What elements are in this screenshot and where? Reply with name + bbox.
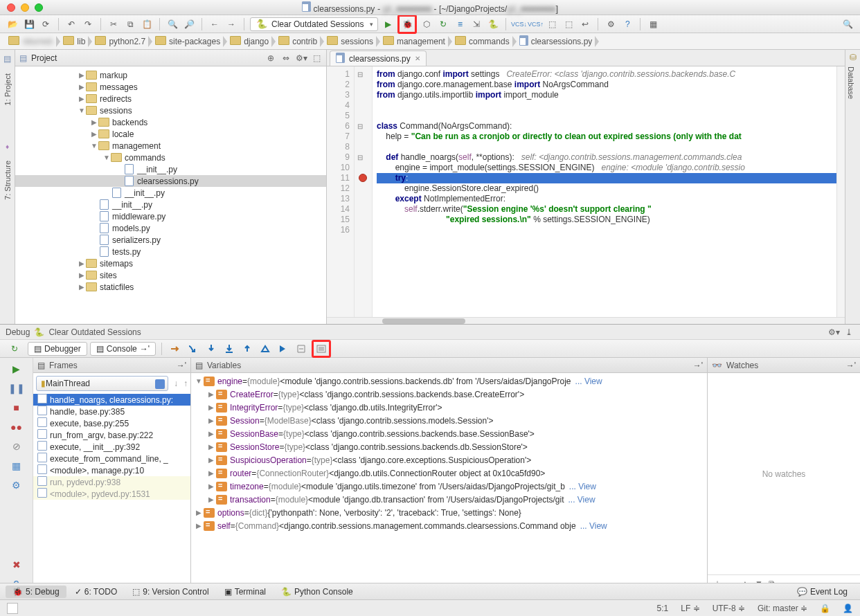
collapse-all-icon[interactable]: ⇔ xyxy=(280,53,292,64)
crumb[interactable]: django xyxy=(227,35,276,48)
evaluate-expression-icon[interactable] xyxy=(314,342,329,356)
expand-arrow-icon[interactable]: ▶ xyxy=(206,482,216,490)
variable-row[interactable]: ▶CreateError = {type} <class 'django.con… xyxy=(191,388,707,401)
history-icon[interactable]: ⬚ xyxy=(545,17,559,31)
frame-row[interactable]: handle_noargs, clearsessions.py: xyxy=(33,394,190,406)
copy-icon[interactable]: ⧉ xyxy=(123,17,137,31)
expand-arrow-icon[interactable]: ▼ xyxy=(78,107,86,114)
vcs-update-icon[interactable]: VCS↓ xyxy=(512,17,526,31)
crumb[interactable]: management xyxy=(380,35,452,48)
back-icon[interactable]: ← xyxy=(208,17,222,31)
undo-icon[interactable]: ↶ xyxy=(64,17,78,31)
tree-row[interactable]: middleware.py xyxy=(15,210,326,222)
tree-row[interactable]: ▶markup xyxy=(15,69,326,81)
expand-arrow-icon[interactable]: ▶ xyxy=(206,430,216,437)
variables-list[interactable]: ▼engine = {module} <module 'django.contr… xyxy=(191,373,707,591)
find-icon[interactable]: 🔍 xyxy=(165,17,179,31)
expand-arrow-icon[interactable]: ▼ xyxy=(102,154,111,161)
view-link[interactable]: ... View xyxy=(580,521,607,531)
crumb[interactable]: site-packages xyxy=(152,35,227,48)
revert-icon[interactable]: ⬚ xyxy=(562,17,575,31)
tree-row[interactable]: __init__.py xyxy=(15,199,326,210)
evaluate-icon[interactable] xyxy=(294,342,309,356)
expand-arrow-icon[interactable]: ▶ xyxy=(90,130,98,138)
expand-arrow-icon[interactable]: ▶ xyxy=(78,283,86,291)
variable-row[interactable]: ▼engine = {module} <module 'django.contr… xyxy=(191,374,707,388)
frame-row[interactable]: handle, base.py:385 xyxy=(33,406,190,417)
frame-row[interactable]: execute, __init__.py:392 xyxy=(33,441,190,453)
variable-row[interactable]: ▶router = {ConnectionRouter} <django.db.… xyxy=(191,466,707,480)
variable-row[interactable]: ▶IntegrityError = {type} <class 'django.… xyxy=(191,401,707,414)
step-into-icon[interactable] xyxy=(204,342,219,356)
tree-row[interactable]: ▼sessions xyxy=(15,105,326,116)
sync-icon[interactable]: ⟳ xyxy=(39,17,53,31)
resume-icon[interactable]: ▶ xyxy=(10,362,24,376)
profile-icon[interactable]: ≡ xyxy=(453,17,467,31)
structure-tab[interactable]: 7: Structure xyxy=(2,156,13,204)
expand-arrow-icon[interactable]: ▶ xyxy=(194,509,204,516)
frames-list[interactable]: handle_noargs, clearsessions.py:handle, … xyxy=(33,394,190,591)
crumb[interactable]: lib xyxy=(60,35,92,48)
thread-selector[interactable]: ▮ MainThread xyxy=(36,376,168,391)
editor-tab[interactable]: clearsessions.py ✕ xyxy=(330,51,427,66)
caret-position[interactable]: 5:1 xyxy=(657,604,669,613)
vcs-commit-icon[interactable]: VCS↑ xyxy=(528,17,542,31)
tree-row[interactable]: ▶sites xyxy=(15,269,326,281)
mute-breakpoints-icon[interactable]: ⊘ xyxy=(10,440,24,453)
frame-row[interactable]: <module>, pydevd.py:1531 xyxy=(33,488,190,500)
view-link[interactable]: ... View xyxy=(568,495,595,505)
redo-icon[interactable]: ↷ xyxy=(81,17,95,31)
stop-icon[interactable]: ■ xyxy=(10,401,24,415)
variable-row[interactable]: ▶self = {Command} <django.contrib.sessio… xyxy=(191,519,707,532)
tree-row[interactable]: clearsessions.py xyxy=(15,175,326,187)
coverage-icon[interactable]: ⬡ xyxy=(420,17,433,31)
expand-arrow-icon[interactable]: ▶ xyxy=(78,260,86,267)
tree-row[interactable]: models.py xyxy=(15,222,326,234)
forward-icon[interactable]: → xyxy=(224,17,238,31)
crumb[interactable]: ‹blurred› xyxy=(6,35,60,48)
variable-row[interactable]: ▶SessionBase = {type} <class 'django.con… xyxy=(191,427,707,440)
scroll-from-source-icon[interactable]: ⊕ xyxy=(265,53,276,64)
expand-arrow-icon[interactable]: ▶ xyxy=(206,456,216,464)
crumb[interactable]: sessions xyxy=(324,35,380,48)
save-icon[interactable]: 💾 xyxy=(22,17,36,31)
next-frame-icon[interactable]: ↑ xyxy=(181,379,190,388)
restore-icon[interactable]: →' xyxy=(693,361,703,370)
vcs-tool-tab[interactable]: ⬚ 9: Version Control xyxy=(125,586,215,598)
gear-icon[interactable]: ⚙▾ xyxy=(296,53,307,64)
pause-icon[interactable]: ❚❚ xyxy=(10,381,24,395)
variable-row[interactable]: ▶SuspiciousOperation = {type} <class 'dj… xyxy=(191,453,707,466)
variable-row[interactable]: ▶timezone = {module} <module 'django.uti… xyxy=(191,480,707,493)
project-tab[interactable]: 1: Project xyxy=(2,69,13,109)
expand-arrow-icon[interactable]: ▶ xyxy=(194,522,204,529)
crumb[interactable]: commands xyxy=(452,35,517,48)
frame-row[interactable]: run_from_argv, base.py:222 xyxy=(33,429,190,441)
crumb[interactable]: contrib xyxy=(276,35,324,48)
code-area[interactable]: from django.conf import settings CreateE… xyxy=(373,66,836,317)
structure-icon[interactable]: ▦ xyxy=(646,17,660,31)
scrollbar-thumb[interactable] xyxy=(382,318,465,324)
breakpoint-icon[interactable] xyxy=(359,174,367,182)
expand-arrow-icon[interactable]: ▶ xyxy=(78,83,86,91)
force-step-into-icon[interactable] xyxy=(222,342,237,356)
view-breakpoints-icon[interactable]: ●● xyxy=(10,420,24,434)
drop-frame-icon[interactable] xyxy=(258,342,273,356)
variable-row[interactable]: ▶transaction = {module} <module 'django.… xyxy=(191,493,707,506)
python-console-tool-tab[interactable]: 🐍 Python Console xyxy=(274,586,360,598)
expand-arrow-icon[interactable]: ▶ xyxy=(90,118,98,126)
step-out-icon[interactable] xyxy=(240,342,255,356)
variable-row[interactable]: ▶options = {dict} {'pythonpath': None, '… xyxy=(191,506,707,519)
frame-row[interactable]: execute_from_command_line, _ xyxy=(33,453,190,464)
database-tab[interactable]: Database xyxy=(845,62,857,103)
pin-icon[interactable]: ✖ xyxy=(10,558,24,572)
run-config-dropdown[interactable]: Clear Outdated Sessions xyxy=(250,17,378,31)
error-stripe[interactable] xyxy=(836,66,845,317)
tree-row[interactable]: ▶sitemaps xyxy=(15,257,326,269)
view-link[interactable]: ... View xyxy=(575,377,602,386)
rerun-debug-icon[interactable]: ↻ xyxy=(4,344,25,354)
expand-arrow-icon[interactable]: ▼ xyxy=(194,377,204,385)
gear-icon[interactable]: ⚙▾ xyxy=(828,327,839,338)
restore-layout-icon[interactable]: ⤓ xyxy=(843,327,854,338)
tool-windows-icon[interactable] xyxy=(7,603,18,614)
tree-row[interactable]: ▼commands xyxy=(15,152,326,163)
